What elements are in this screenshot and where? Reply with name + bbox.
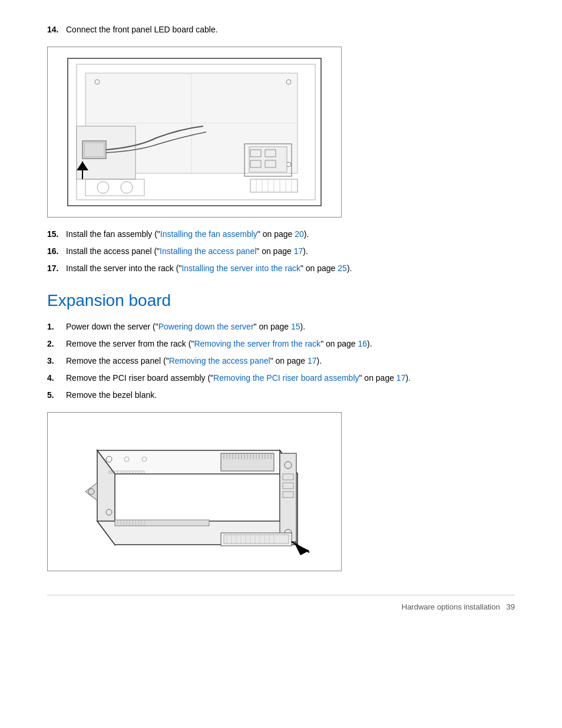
expansion-step-number-1: 1. (47, 321, 66, 333)
expansion-step-text-5: Remove the bezel blank. (66, 389, 515, 401)
step-number-17: 17. (47, 262, 66, 275)
link-removing-access-panel[interactable]: Removing the access panel (169, 356, 270, 365)
expansion-step-text-4: Remove the PCI riser board assembly ("Re… (66, 372, 515, 384)
link-page-17c[interactable]: 17 (396, 373, 406, 383)
expansion-step-4: 4. Remove the PCI riser board assembly (… (47, 372, 515, 384)
step-text-14: Connect the front panel LED board cable. (66, 24, 515, 36)
link-installing-access-panel[interactable]: Installing the access panel (160, 246, 256, 256)
svg-marker-101 (85, 483, 97, 500)
link-page-16[interactable]: 16 (358, 339, 367, 348)
step-17: 17. Install the server into the rack ("I… (47, 262, 515, 275)
svg-rect-87 (224, 535, 289, 543)
expansion-step-number-2: 2. (47, 338, 66, 350)
step-14: 14. Connect the front panel LED board ca… (47, 24, 515, 36)
expansion-step-1: 1. Power down the server ("Powering down… (47, 321, 515, 333)
expansion-step-text-2: Remove the server from the rack ("Removi… (66, 338, 515, 350)
footer-label: Hardware options installation (402, 602, 500, 611)
svg-rect-75 (115, 520, 209, 526)
step-text-15: Install the fan assembly ("Installing th… (66, 228, 515, 241)
link-page-15[interactable]: 15 (291, 322, 300, 331)
link-removing-server-rack[interactable]: Removing the server from the rack (194, 339, 320, 348)
svg-rect-10 (249, 147, 287, 172)
step-number-14: 14. (47, 24, 66, 36)
expansion-step-number-3: 3. (47, 355, 66, 367)
link-page-17b[interactable]: 17 (308, 356, 317, 365)
step-number-15: 15. (47, 228, 66, 241)
top-diagram (47, 47, 342, 218)
bottom-diagram-svg (50, 415, 339, 568)
link-installing-fan[interactable]: Installing the fan assembly (160, 229, 257, 239)
expansion-step-number-4: 4. (47, 372, 66, 384)
expansion-step-number-5: 5. (47, 389, 66, 401)
expansion-step-3: 3. Remove the access panel ("Removing th… (47, 355, 515, 367)
step-15: 15. Install the fan assembly ("Installin… (47, 228, 515, 241)
link-page-25[interactable]: 25 (338, 263, 347, 273)
link-page-20[interactable]: 20 (295, 229, 304, 239)
link-powering-down[interactable]: Powering down the server (158, 322, 254, 331)
footer-page: 39 (507, 602, 515, 611)
expansion-step-text-1: Power down the server ("Powering down th… (66, 321, 515, 333)
footer: Hardware options installation 39 (47, 595, 515, 611)
link-removing-pci-riser[interactable]: Removing the PCI riser board assembly (213, 373, 359, 383)
expansion-step-text-3: Remove the access panel ("Removing the a… (66, 355, 515, 367)
link-installing-server-rack[interactable]: Installing the server into the rack (181, 263, 300, 273)
link-page-17a[interactable]: 17 (294, 246, 303, 256)
top-diagram-svg (50, 50, 339, 215)
step-text-16: Install the access panel ("Installing th… (66, 245, 515, 258)
expansion-step-2: 2. Remove the server from the rack ("Rem… (47, 338, 515, 350)
step-text-17: Install the server into the rack ("Insta… (66, 262, 515, 275)
expansion-step-5: 5. Remove the bezel blank. (47, 389, 515, 401)
svg-rect-16 (82, 141, 106, 159)
section-title-expansion: Expansion board (47, 291, 515, 310)
step-16: 16. Install the access panel ("Installin… (47, 245, 515, 258)
step-number-16: 16. (47, 245, 66, 258)
bottom-diagram (47, 412, 342, 571)
